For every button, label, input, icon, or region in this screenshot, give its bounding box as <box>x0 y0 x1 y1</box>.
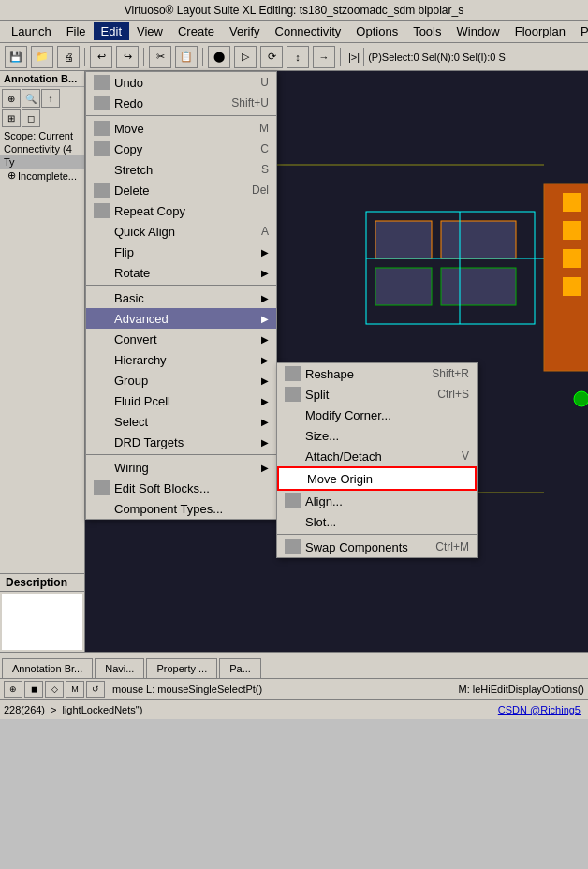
edit-item-shortcut: C <box>260 142 269 155</box>
lt-icon4[interactable]: ⊞ <box>2 109 21 127</box>
menu-item-window[interactable]: Window <box>449 22 507 40</box>
toolbar-icon-9[interactable]: ⟳ <box>260 46 283 68</box>
menu-item-edit[interactable]: Edit <box>94 22 129 40</box>
status-bar-1: ⊕ ◼ ◇ M ↺ mouse L: mouseSingleSelectPt()… <box>0 678 588 699</box>
connectivity-label: Connectivity (4 <box>0 142 84 155</box>
toolbar-icon-undo[interactable]: ↩ <box>90 46 112 68</box>
edit-menu-item-hierarchy[interactable]: Hierarchy▶ <box>86 349 276 370</box>
adv-item-label: Size... <box>305 429 339 443</box>
adv-menu-item-size[interactable]: Size... <box>277 425 477 446</box>
menu-item-tools[interactable]: Tools <box>405 22 448 40</box>
edit-menu-item-rotate[interactable]: Rotate▶ <box>86 262 276 283</box>
adv-menu-item-attach/detach[interactable]: Attach/DetachV <box>277 446 477 466</box>
edit-menu-item-advanced[interactable]: Advanced▶ <box>86 308 276 329</box>
tree-item-text: Incomplete... <box>18 170 77 182</box>
edit-menu-item-copy[interactable]: CopyC <box>86 139 276 159</box>
edit-item-icon <box>94 373 110 388</box>
toolbar-icon-10[interactable]: ↕ <box>287 46 309 68</box>
lt-icon5[interactable]: ◻ <box>22 109 40 127</box>
toolbar-icon-redo[interactable]: ↪ <box>116 46 139 68</box>
toolbar-row1: 💾 📁 🖨 ↩ ↪ ✂ 📋 ⬤ ▷ ⟳ ↕ → |>| (P)Select:0 … <box>0 43 588 71</box>
edit-item-label: Copy <box>114 142 142 156</box>
adv-item-shortcut: Ctrl+M <box>435 540 469 553</box>
adv-item-icon <box>285 407 301 422</box>
edit-menu-item-flip[interactable]: Flip▶ <box>86 242 276 262</box>
bt-icon5[interactable]: ↺ <box>86 681 105 698</box>
lt-icon1[interactable]: ⊕ <box>2 89 21 108</box>
edit-menu-dropdown: UndoURedoShift+UMoveMCopyCStretchSDelete… <box>85 71 277 520</box>
menu-item-connectivity[interactable]: Connectivity <box>268 22 349 40</box>
edit-menu-item-component-types[interactable]: Component Types... <box>86 498 276 519</box>
bottom-tab-2[interactable]: Property ... <box>146 658 217 678</box>
toolbar-icon-11[interactable]: → <box>313 46 335 68</box>
adv-menu-item-move-origin[interactable]: Move Origin <box>277 466 477 491</box>
edit-menu-item-repeat-copy[interactable]: Repeat Copy <box>86 200 276 221</box>
adv-item-label: Align... <box>305 494 343 508</box>
lt-icon2[interactable]: 🔍 <box>22 89 40 108</box>
bottom-tab-3[interactable]: Pa... <box>219 658 261 678</box>
adv-menu-item-reshape[interactable]: ReshapeShift+R <box>277 363 477 384</box>
tree-expand[interactable]: ⊕ Incomplete... <box>0 169 84 183</box>
menu-item-view[interactable]: View <box>129 22 170 40</box>
adv-menu-item-slot[interactable]: Slot... <box>277 511 477 532</box>
menu-item-options[interactable]: Options <box>348 22 405 40</box>
svg-rect-2 <box>375 221 432 258</box>
menu-item-floorplan[interactable]: Floorplan <box>507 22 573 40</box>
edit-item-icon <box>94 224 110 239</box>
right-status: M: leHiEditDisplayOptions() <box>459 684 584 695</box>
edit-menu-item-select[interactable]: Select▶ <box>86 411 276 432</box>
toolbar-icon-6[interactable]: 📋 <box>175 46 198 68</box>
toolbar-icon-3[interactable]: 🖨 <box>57 46 80 68</box>
submenu-arrow: ▶ <box>261 268 269 278</box>
edit-item-label: Redo <box>114 96 143 110</box>
edit-menu-item-convert[interactable]: Convert▶ <box>86 329 276 349</box>
bt-icon4[interactable]: M <box>66 681 84 698</box>
menu-item-place[interactable]: Place <box>573 22 588 40</box>
adv-menu-item-align[interactable]: Align... <box>277 491 477 511</box>
svg-rect-10 <box>563 221 581 240</box>
edit-menu-item-move[interactable]: MoveM <box>86 118 276 139</box>
menu-item-create[interactable]: Create <box>170 22 222 40</box>
edit-menu-item-undo[interactable]: UndoU <box>86 72 276 93</box>
bt-icon3[interactable]: ◇ <box>45 681 64 698</box>
edit-menu-item-wiring[interactable]: Wiring▶ <box>86 457 276 478</box>
toolbar-icon-7[interactable]: ⬤ <box>208 46 230 68</box>
submenu-arrow: ▶ <box>261 334 269 345</box>
edit-menu-item-edit-soft-blocks[interactable]: Edit Soft Blocks... <box>86 478 276 498</box>
edit-item-label: Convert <box>114 332 157 346</box>
edit-menu-item-basic[interactable]: Basic▶ <box>86 287 276 308</box>
menu-separator <box>86 115 276 116</box>
toolbar-icon-1[interactable]: 💾 <box>5 46 27 68</box>
adv-item-icon <box>287 471 303 486</box>
edit-item-icon <box>94 96 110 110</box>
menu-item-verify[interactable]: Verify <box>222 22 268 40</box>
bottom-tab-0[interactable]: Annotation Br... <box>2 658 93 678</box>
edit-menu-item-drd-targets[interactable]: DRD Targets▶ <box>86 432 276 452</box>
toolbar-icon-5[interactable]: ✂ <box>149 46 171 68</box>
adv-menu-item-split[interactable]: SplitCtrl+S <box>277 384 477 405</box>
bt-icon1[interactable]: ⊕ <box>4 681 22 698</box>
bottom-right-status[interactable]: CSDN @Riching5 <box>491 704 588 715</box>
scope-row: Scope: Current <box>0 129 84 142</box>
menu-item-launch[interactable]: Launch <box>4 22 59 40</box>
edit-menu-item-fluid-pcell[interactable]: Fluid Pcell▶ <box>86 390 276 411</box>
edit-item-shortcut: S <box>261 163 269 176</box>
edit-menu-item-group[interactable]: Group▶ <box>86 370 276 390</box>
edit-item-label: Quick Align <box>114 225 175 239</box>
adv-menu-item-modify-corner[interactable]: Modify Corner... <box>277 405 477 425</box>
lt-icon3[interactable]: ↑ <box>41 89 60 108</box>
submenu-arrow: ▶ <box>261 355 269 365</box>
edit-item-icon <box>94 393 110 408</box>
adv-menu-item-swap-components[interactable]: Swap ComponentsCtrl+M <box>277 537 477 557</box>
edit-menu-item-stretch[interactable]: StretchS <box>86 159 276 180</box>
menu-item-file[interactable]: File <box>59 22 94 40</box>
bottom-tab-1[interactable]: Navi... <box>95 658 144 678</box>
edit-menu-item-redo[interactable]: RedoShift+U <box>86 93 276 113</box>
toolbar-icon-8[interactable]: ▷ <box>234 46 257 68</box>
edit-item-label: Group <box>114 374 148 388</box>
submenu-arrow: ▶ <box>261 293 269 303</box>
edit-menu-item-quick-align[interactable]: Quick AlignA <box>86 221 276 242</box>
toolbar-icon-2[interactable]: 📁 <box>31 46 53 68</box>
bt-icon2[interactable]: ◼ <box>24 681 43 698</box>
edit-menu-item-delete[interactable]: DeleteDel <box>86 180 276 200</box>
